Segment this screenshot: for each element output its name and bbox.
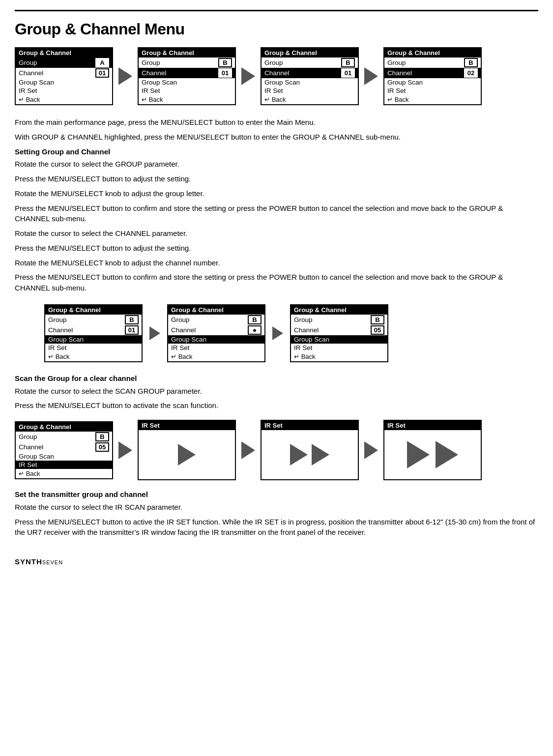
arrow-2 — [236, 67, 261, 85]
diagram-box-3-header: Group & Channel — [262, 48, 358, 58]
mid-ir-label-1: IR Set — [48, 344, 67, 351]
mid-group-val-3: B — [371, 315, 384, 324]
bottom-ir-label: IR Set — [19, 461, 37, 468]
group-item-4: Group B — [384, 58, 481, 68]
mid-diagram-box-3: Group & Channel Group B Channel 05 Group… — [290, 304, 388, 362]
ir-set-box-3: IR Set — [383, 420, 482, 480]
channel-val-3: 01 — [341, 68, 355, 78]
mid-arrow-2 — [265, 326, 290, 340]
diagram-box-2: Group & Channel Group B Channel 01 Group… — [138, 47, 236, 105]
s3-p1: Rotate the cursor to select the IR SCAN … — [15, 502, 538, 513]
irset-item-1: IR Set — [16, 87, 112, 95]
scan-label-4: Group Scan — [387, 79, 423, 86]
group-label-4: Group — [387, 59, 406, 66]
ir-set-body-3 — [384, 430, 481, 479]
channel-val-1: 01 — [95, 68, 109, 78]
mid-group-3: Group B — [291, 315, 387, 325]
diagram-box-4: Group & Channel Group B Channel 02 Group… — [383, 47, 482, 105]
channel-label-2: Channel — [142, 69, 166, 77]
mid-back-1: ↵ Back — [45, 352, 142, 361]
group-val-1: A — [95, 58, 109, 67]
mid-box-1-header: Group & Channel — [45, 305, 142, 315]
play-icon-2a — [290, 444, 308, 465]
mid-group-label-3: Group — [294, 316, 313, 323]
group-item-2: Group B — [139, 58, 235, 68]
s1-p5: Rotate the cursor to select the CHANNEL … — [15, 228, 538, 239]
mid-box-3-body: Group B Channel 05 Group Scan IR Set ↵ B… — [291, 315, 387, 361]
mid-back-3: ↵ Back — [291, 352, 387, 361]
mid-scan-2: Group Scan — [168, 335, 264, 344]
s1-p4: Press the MENU/SELECT button to confirm … — [15, 203, 538, 225]
scan-label-3: Group Scan — [264, 79, 300, 86]
mid-channel-3: Channel 05 — [291, 325, 387, 335]
bottom-scan-label: Group Scan — [19, 453, 54, 460]
section3-block: Set the transmitter group and channel Ro… — [15, 489, 538, 538]
arrow-1 — [113, 67, 138, 85]
ir-set-header-2: IR Set — [262, 421, 358, 430]
channel-label-1: Channel — [19, 69, 43, 77]
intro-para-1: From the main performance page, press th… — [15, 117, 538, 128]
mid-group-val-1: B — [125, 315, 139, 324]
channel-val-4: 02 — [464, 68, 478, 78]
mid-diagram-box-2: Group & Channel Group B Channel ● Group … — [167, 304, 265, 362]
s1-p2: Press the MENU/SELECT button to adjust t… — [15, 174, 538, 184]
channel-label-3: Channel — [264, 69, 289, 77]
back-label-4: Back — [395, 96, 409, 103]
back-arrow-1: ↵ — [19, 96, 24, 103]
back-item-1: ↵ Back — [16, 95, 112, 104]
diagram-box-4-body: Group B Channel 02 Group Scan IR Set ↵ B… — [384, 58, 481, 104]
back-label-1: Back — [26, 96, 40, 103]
group-val-3: B — [341, 58, 355, 67]
mid-ir-2: IR Set — [168, 344, 264, 352]
mid-diagram-row: Group & Channel Group B Channel 01 Group… — [44, 304, 538, 362]
back-arrow-2: ↵ — [142, 96, 147, 103]
diagram-box-4-header: Group & Channel — [384, 48, 481, 58]
mid-ir-1: IR Set — [45, 344, 142, 352]
s2-p1: Rotate the cursor to select the SCAN GRO… — [15, 386, 538, 397]
irset-item-3: IR Set — [262, 87, 358, 95]
page-title: Group & Channel Menu — [15, 20, 538, 38]
scan-item-1: Group Scan — [16, 78, 112, 87]
ir-set-body-1 — [139, 430, 235, 479]
back-item-4: ↵ Back — [384, 95, 481, 104]
mid-scan-label-1: Group Scan — [48, 336, 84, 343]
group-label-3: Group — [264, 59, 283, 66]
play-icon-3a — [407, 441, 430, 468]
back-label-2: Back — [149, 96, 163, 103]
mid-box-3-header: Group & Channel — [291, 305, 387, 315]
mid-arrow-right-2 — [272, 326, 283, 340]
section2-heading: Scan the Group for a clear channel — [15, 373, 538, 384]
bottom-channel-val: 05 — [95, 442, 109, 452]
s1-p7: Rotate the MENU/SELECT knob to adjust th… — [15, 258, 538, 268]
brand-synth: SYNTH — [15, 557, 42, 566]
scan-item-2: Group Scan — [139, 78, 235, 87]
ir-set-header-1: IR Set — [139, 421, 235, 430]
diagram-box-2-header: Group & Channel — [139, 48, 235, 58]
mid-group-label-2: Group — [171, 316, 190, 323]
mid-ir-label-3: IR Set — [294, 344, 313, 351]
diagram-box-3: Group & Channel Group B Channel 01 Group… — [261, 47, 359, 105]
irset-item-2: IR Set — [139, 87, 235, 95]
mid-channel-label-3: Channel — [294, 326, 319, 334]
mid-group-2: Group B — [168, 315, 264, 325]
play-icon-2b — [312, 444, 329, 465]
diagram-box-1: Group & Channel Group A Channel 01 Group… — [15, 47, 113, 105]
channel-label-4: Channel — [387, 69, 412, 77]
channel-item-3: Channel 01 — [262, 68, 358, 78]
group-item-1: Group A — [16, 58, 112, 68]
group-item-3: Group B — [262, 58, 358, 68]
mid-scan-label-3: Group Scan — [294, 336, 329, 343]
bottom-arrow-right-2 — [241, 441, 255, 459]
mid-box-2-body: Group B Channel ● Group Scan IR Set ↵ Ba… — [168, 315, 264, 361]
mid-channel-val-1: 01 — [125, 325, 139, 335]
footer-brand: SYNTH SEVEN — [15, 557, 538, 566]
mid-scan-label-2: Group Scan — [171, 336, 206, 343]
ir-set-header-3: IR Set — [384, 421, 481, 430]
mid-channel-label-2: Channel — [171, 326, 196, 334]
ir-set-box-1: IR Set — [138, 420, 236, 480]
s2-p2: Press the MENU/SELECT button to activate… — [15, 400, 538, 411]
back-arrow-4: ↵ — [387, 96, 393, 103]
arrow-right-icon-1 — [118, 67, 132, 85]
channel-item-2: Channel 01 — [139, 68, 235, 78]
bottom-arrow-right-1 — [118, 441, 132, 459]
